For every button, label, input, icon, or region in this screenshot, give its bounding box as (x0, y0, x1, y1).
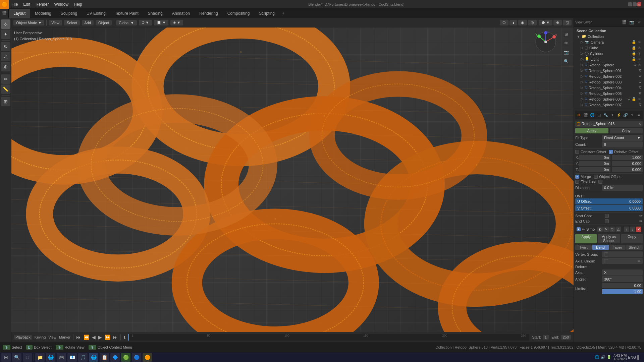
app2-btn[interactable]: 🔷 (110, 353, 120, 362)
angle-input[interactable]: 360° (602, 276, 643, 282)
taper-tab[interactable]: Taper (609, 245, 626, 250)
retopo-sphere-004-item[interactable]: ▷ ▽ Retopo_Sphere.004 ▽ (579, 85, 643, 90)
relative-offset-cb[interactable]: ✓ (609, 150, 613, 154)
network-icon[interactable]: 🌐 (595, 355, 599, 359)
constraints-icon[interactable]: 🔗 (623, 111, 629, 119)
scale-tool[interactable]: ⤢ (1, 52, 10, 61)
active-tool-props-icon[interactable]: ⚙ (576, 111, 582, 119)
tab-scripting[interactable]: Scripting (254, 9, 279, 18)
twist-tab[interactable]: Twist (575, 245, 592, 250)
u-offset-input[interactable]: U Offset: 0.0000 (575, 198, 643, 204)
cursor-tool[interactable]: ⊹ (1, 19, 10, 29)
menu-render[interactable]: Render (33, 0, 51, 9)
copy-btn-1[interactable]: Copy (610, 128, 643, 133)
material-icon[interactable]: ● (636, 111, 642, 119)
menu-help[interactable]: Help (71, 0, 85, 9)
menu-window[interactable]: Window (51, 0, 71, 9)
simp-up-btn[interactable]: ↑ (624, 227, 629, 232)
annotate-tool[interactable]: ✏ (1, 74, 10, 84)
simp-render-btn[interactable]: ◐ (597, 227, 603, 232)
app1-btn[interactable]: 📋 (100, 353, 109, 362)
timeline-header[interactable]: Playback (14, 335, 32, 340)
battery-icon[interactable]: 🔋 (607, 355, 611, 359)
apply-btn-2[interactable]: Apply (575, 234, 597, 243)
material-btn[interactable]: ◉ (518, 20, 527, 25)
add-tool[interactable]: ⊞ (1, 97, 10, 106)
distance-input[interactable]: 0.01m (602, 185, 643, 191)
retopo-sphere-006-item[interactable]: ▷ ▽ Retopo_Sphere.006 ▽ 🔒 👁 (579, 96, 643, 102)
music-btn[interactable]: 🎵 (78, 353, 88, 362)
retopo-sphere-item[interactable]: ▷ ▽ Retopo_Sphere ▽ 👁 (579, 62, 643, 68)
gizmo-btn[interactable]: ⊕ (553, 20, 562, 25)
minimize-btn[interactable] (628, 2, 632, 6)
count-input[interactable]: 8 (602, 141, 643, 147)
timeline-track[interactable]: 150100150200250 (128, 334, 529, 341)
tab-compositing[interactable]: Compositing (223, 9, 255, 18)
constant-offset-cb[interactable] (575, 150, 579, 154)
merge-checkbox[interactable]: ✓ Merge (575, 175, 591, 179)
close-btn[interactable]: ✕ (637, 2, 641, 6)
collection-item[interactable]: ▼ 📁 Collection (575, 34, 643, 39)
retopo-sphere-001-item[interactable]: ▷ ▽ Retopo_Sphere.001 ▽ (579, 68, 643, 73)
menu-file[interactable]: File (9, 0, 20, 9)
mail-btn[interactable]: 📧 (67, 353, 77, 362)
limit-min-input[interactable]: 0.00 (602, 283, 643, 288)
light-item[interactable]: ▷ 💡 Light 🔒 👁 (579, 56, 643, 62)
jump-end-btn[interactable]: ⏭ (113, 335, 118, 340)
measure-tool[interactable]: 📏 (1, 84, 10, 94)
app4-btn[interactable]: 🔵 (132, 353, 141, 362)
marker-menu[interactable]: Marker (59, 335, 70, 339)
object-offset-cb[interactable] (594, 175, 598, 179)
viewport-camera-btn[interactable]: 📷 (562, 48, 570, 56)
blender-taskbar-btn[interactable]: 🟠 (143, 353, 152, 362)
viewport-object-visibility-btn[interactable]: 👁 (562, 39, 570, 47)
x-rel-val[interactable]: 1.000 (612, 155, 643, 160)
add-menu-btn[interactable]: Add (82, 20, 94, 25)
retopo-sphere-002-item[interactable]: ▷ ▽ Retopo_Sphere.002 ▽ (579, 73, 643, 79)
transform-tool[interactable]: ⊕ (1, 62, 10, 71)
render-properties-icon[interactable]: 📷 (628, 19, 635, 26)
data-icon[interactable]: ▿ (629, 111, 635, 119)
object-mode-btn[interactable]: Object Mode ▼ (13, 20, 44, 25)
keying-menu[interactable]: Keying (35, 335, 46, 339)
select-menu-btn[interactable]: Select (64, 20, 80, 25)
app3-btn[interactable]: 🟢 (121, 353, 130, 362)
view-menu-btn[interactable]: View (49, 20, 62, 25)
first-last-extra-cb[interactable] (598, 180, 602, 184)
vertex-group-cb[interactable] (604, 252, 608, 256)
axis-origin-edit[interactable]: ✏ (638, 259, 641, 263)
menu-edit[interactable]: Edit (20, 0, 33, 9)
prev-frame-btn[interactable]: ⏪ (84, 335, 89, 340)
steam-btn[interactable]: 🎮 (57, 353, 66, 362)
xray-btn[interactable]: ◱ (563, 20, 572, 25)
scene-props-icon[interactable]: 🎬 (583, 111, 589, 119)
stretch-tab[interactable]: Stretch (626, 245, 643, 250)
axis-select[interactable]: X (602, 269, 643, 276)
simp-edit-btn[interactable]: ✎ (603, 227, 609, 232)
move-tool[interactable]: ✦ (1, 29, 10, 39)
simp-down-btn[interactable]: ↓ (630, 227, 635, 232)
tab-layout[interactable]: Layout (9, 9, 30, 18)
rmb-context-btn[interactable]: 🖱 (89, 345, 96, 350)
viewport-overlay-grid-btn[interactable]: ⊞ (562, 30, 570, 38)
object-offset-checkbox[interactable]: Object Offset (594, 175, 621, 179)
retopo-sphere-007-item[interactable]: ▷ ▽ Retopo_Sphere.007 ▽ (579, 102, 643, 108)
tab-shading[interactable]: Shading (143, 9, 167, 18)
clock-display[interactable]: 7:43 PM 1/2/2020 (613, 353, 627, 361)
windows-start-btn[interactable]: ⊞ (1, 353, 11, 362)
scene-properties-icon[interactable]: 🎬 (621, 19, 628, 26)
timeline-view-menu[interactable]: View (48, 335, 56, 339)
search-btn[interactable]: 🔍 (12, 353, 21, 362)
lmb-select-btn[interactable]: 🖱 (3, 345, 10, 350)
play-btn[interactable]: ▶ (98, 335, 102, 340)
snap-btn[interactable]: 🔲 ▼ (154, 20, 169, 25)
show-desktop-btn[interactable]: ▌ (637, 355, 640, 359)
tab-uv-editing[interactable]: UV Editing (82, 9, 110, 18)
tab-sculpting[interactable]: Sculpting (56, 9, 82, 18)
physics-icon[interactable]: ⚡ (616, 111, 622, 119)
y-const-val[interactable]: 0m (579, 161, 610, 166)
tab-animation[interactable]: Animation (167, 9, 195, 18)
mmb-rotate-btn[interactable]: 🖱 (56, 345, 63, 350)
wireframe-btn[interactable]: ⬡ (500, 20, 508, 25)
navigation-gizmo[interactable]: X Y Z (534, 30, 557, 54)
